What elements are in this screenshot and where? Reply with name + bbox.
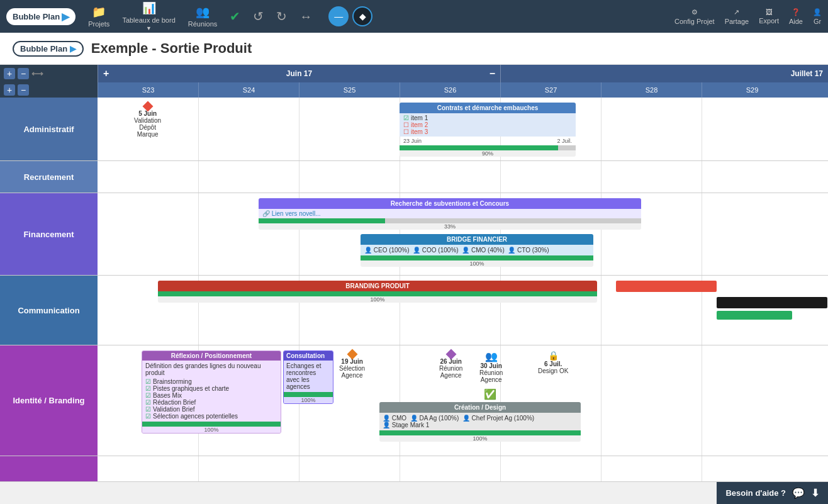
sub-logo: Bubble Plan ▶: [13, 41, 84, 57]
ms-label-4: Design OK: [538, 367, 568, 374]
milestone-reunion2[interactable]: 👥 30 Juin Réunion Agence: [479, 350, 503, 383]
task-consultation-header: Consultation: [284, 351, 333, 361]
download-icon[interactable]: ⬇: [811, 487, 819, 499]
task-bridge-persons: 👤 CEO (100%) 👤 COO (100%) 👤 CMO (40%) 👤 …: [361, 245, 593, 255]
vline-e2: [299, 456, 299, 481]
check-icon-1: ☑: [403, 115, 409, 121]
nav-tableaux[interactable]: 📊 Tableaux de bord ▼: [122, 1, 175, 31]
nav-partage-label: Partage: [725, 18, 749, 25]
row-financement: Financement Recherche de subventions et …: [0, 193, 828, 276]
task-recherche-body: 🔗 Lien vers novell...: [259, 209, 641, 218]
ci-check-4: ☑: [145, 399, 151, 406]
link-text[interactable]: 🔗 Lien vers novell...: [262, 210, 321, 217]
gear-icon: ⚙: [691, 8, 698, 16]
milestone-reunion1[interactable]: 26 Juin Réunion Agence: [439, 350, 462, 379]
juin-minus-icon[interactable]: −: [490, 68, 495, 79]
arrow-icon[interactable]: ↔: [299, 9, 312, 24]
undo-icon[interactable]: ↺: [253, 9, 264, 24]
nav-right-group: ⚙ Config Projet ↗ Partage 🖼 Export ❓ Aid…: [674, 8, 822, 25]
task-contrats[interactable]: Contrats et démarche embauches ☑ item 1 …: [400, 103, 576, 157]
person-icon-c2: 👤: [410, 415, 418, 422]
task-creation-persons: 👤 CMO 👤 DA Ag (100%) 👤 Chef Projet Ag (1…: [379, 413, 581, 430]
vline-r3: [400, 161, 400, 193]
vline-e1: [198, 456, 199, 481]
label-extra: [0, 456, 98, 481]
task-bridge[interactable]: BRIDGE FINANCIER 👤 CEO (100%) 👤 COO (100…: [361, 234, 593, 267]
nav-config-label: Config Projet: [674, 18, 715, 25]
ms-label-2b: Agence: [440, 372, 462, 379]
month-header: + − ⟷ + Juin 17 − Juillet 17: [0, 65, 828, 82]
chat-icon[interactable]: 💬: [792, 487, 805, 499]
zoom-in-button[interactable]: +: [4, 68, 15, 79]
vline-2: [299, 98, 299, 160]
label-identite: Identité / Branding: [0, 345, 98, 456]
task-creation[interactable]: Création / Design 👤 CMO 👤 DA Ag (100%) 👤…: [379, 402, 581, 442]
data-financement[interactable]: Recherche de subventions et Concours 🔗 L…: [98, 193, 828, 275]
task-reflexion[interactable]: Réflexion / Positionnement Définition de…: [142, 350, 281, 434]
nav-config[interactable]: ⚙ Config Projet: [674, 8, 715, 25]
check-circle-icon: ✅: [484, 388, 496, 400]
nav-aide[interactable]: ❓ Aide: [789, 8, 803, 25]
milestone-selection[interactable]: 19 Juin Sélection Agence: [339, 350, 365, 379]
zoom-out-button[interactable]: −: [18, 68, 29, 79]
vline-5: [601, 98, 601, 160]
week-zoom-in[interactable]: +: [4, 84, 15, 96]
task-branding[interactable]: BRANDING PRODUIT 100%: [158, 281, 597, 303]
nav-partage[interactable]: ↗ Partage: [725, 8, 749, 25]
task-recherche[interactable]: Recherche de subventions et Concours 🔗 L…: [259, 198, 641, 230]
task-recherche-progress: [259, 218, 641, 223]
circle-blue[interactable]: —: [328, 6, 349, 26]
week-s23: S23: [98, 82, 198, 98]
data-recrutement[interactable]: [98, 161, 828, 193]
week-header: + − S23 S24 S25 S26 S27 S28 S29: [0, 82, 828, 98]
nav-aide-label: Aide: [789, 18, 803, 25]
row-extra: [0, 456, 828, 482]
week-zoom-out[interactable]: −: [18, 84, 29, 96]
nav-export[interactable]: 🖼 Export: [759, 8, 779, 25]
scroll-arrow-icon: ⟷: [31, 69, 43, 79]
chart-icon: 📊: [142, 1, 156, 15]
milestone-design[interactable]: 🔒 6 Juil. Design OK: [538, 350, 568, 374]
task-consultation[interactable]: Consultation Echanges et rencontres avec…: [283, 350, 333, 404]
bar-green: [717, 311, 792, 320]
vline-r6: [702, 161, 702, 193]
check-icon-3: ☐: [403, 128, 409, 135]
week-s28: S28: [601, 82, 702, 98]
ms-label-1b: Agence: [342, 372, 363, 379]
creation-progress-fill: [379, 430, 581, 435]
task-bridge-header: BRIDGE FINANCIER: [361, 234, 593, 245]
help-icon: ❓: [792, 8, 800, 16]
redo-icon[interactable]: ↻: [276, 9, 287, 24]
person-icon-3: 👤: [462, 247, 469, 254]
ms-date-3: 30 Juin: [480, 362, 501, 369]
milestone-validation[interactable]: 5 Juin Validation Dépôt Marque: [134, 103, 161, 138]
progress-fill: [400, 145, 558, 150]
nav-gr[interactable]: 👤 Gr: [813, 8, 822, 25]
check-icon[interactable]: ✔: [230, 9, 240, 24]
logo-text: Bubble Plan: [13, 12, 60, 21]
vline-f6: [702, 193, 702, 275]
date-start: 23 Juin: [403, 138, 422, 144]
label-administratif: Administratif: [0, 98, 98, 160]
nav-reunions[interactable]: 👥 Réunions: [188, 5, 217, 28]
app-logo[interactable]: Bubble Plan ▶: [6, 8, 76, 25]
task-recherche-header: Recherche de subventions et Concours: [259, 198, 641, 209]
data-administratif[interactable]: 5 Juin Validation Dépôt Marque Contrats …: [98, 98, 828, 160]
help-bar[interactable]: Besoin d'aide ? 💬 ⬇: [717, 482, 828, 503]
juin-plus-icon[interactable]: +: [103, 68, 109, 79]
data-identite[interactable]: Réflexion / Positionnement Définition de…: [98, 345, 828, 456]
share-icon: ↗: [734, 8, 739, 16]
vline-c5: [601, 276, 601, 345]
circle-dark[interactable]: ◆: [352, 6, 372, 26]
progress-label-2: 33%: [259, 223, 641, 230]
people-icon: 👥: [196, 5, 210, 19]
creation-progress-label: 100%: [379, 435, 581, 442]
vline-6: [702, 98, 702, 160]
nav-tableaux-label: Tableaux de bord: [122, 16, 175, 24]
task-branding-progress: [158, 291, 597, 296]
gantt-inner: Administratif 5 Juin Validation D: [0, 98, 828, 482]
folder-icon: 📁: [92, 5, 106, 19]
data-communication[interactable]: BRANDING PRODUIT 100%: [98, 276, 828, 345]
nav-projets[interactable]: 📁 Projets: [88, 5, 109, 28]
gantt-body[interactable]: Administratif 5 Juin Validation D: [0, 98, 828, 503]
